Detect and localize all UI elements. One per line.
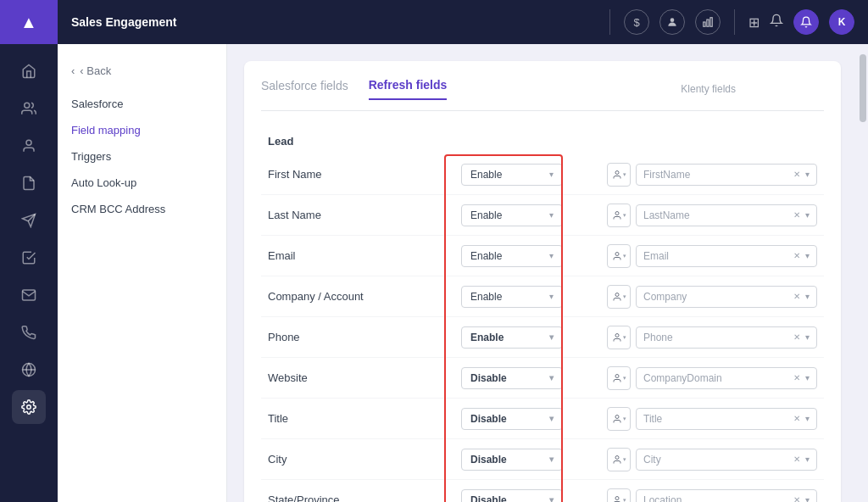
person-type-btn-city[interactable]: ▾ bbox=[607, 448, 631, 471]
dropdown-arrow-icon: ▾ bbox=[805, 251, 810, 260]
scrollbar-thumb[interactable] bbox=[860, 54, 866, 122]
klenty-field-city: ▾ City ✕ ▾ bbox=[607, 448, 817, 471]
sidebar-item-auto-lookup[interactable]: Auto Look-up bbox=[58, 170, 226, 196]
table-row: Last Name Enable ▾ ▾ LastName bbox=[261, 195, 824, 236]
clear-lastname-btn[interactable]: ✕ bbox=[793, 210, 800, 220]
sidebar-send-icon[interactable] bbox=[12, 204, 46, 237]
chart-nav-icon[interactable] bbox=[695, 9, 721, 35]
person-type-btn-firstname[interactable]: ▾ bbox=[607, 163, 631, 187]
person-type-btn-company[interactable]: ▾ bbox=[607, 285, 631, 309]
toggle-phone[interactable]: Enable ▾ bbox=[461, 326, 563, 349]
person-type-btn-phone[interactable]: ▾ bbox=[607, 326, 631, 349]
person-type-btn-email[interactable]: ▾ bbox=[607, 244, 631, 268]
clear-email-btn[interactable]: ✕ bbox=[793, 251, 800, 260]
person-type-btn-state[interactable]: ▾ bbox=[607, 488, 631, 503]
klenty-select-email[interactable]: Email ✕ ▾ bbox=[636, 245, 817, 267]
content-card: Salesforce fields Refresh fields Klenty … bbox=[244, 61, 841, 502]
klenty-select-city[interactable]: City ✕ ▾ bbox=[636, 449, 817, 471]
tab-salesforce-fields[interactable]: Salesforce fields bbox=[261, 79, 348, 99]
sidebar-mail-icon[interactable] bbox=[12, 278, 46, 312]
clear-title-btn[interactable]: ✕ bbox=[793, 414, 800, 423]
chevron-down-icon: ▾ bbox=[623, 456, 626, 463]
sidebar-document-icon[interactable] bbox=[12, 166, 46, 200]
toggle-state[interactable]: Disable ▾ bbox=[461, 489, 563, 503]
chevron-down-icon: ▾ bbox=[623, 497, 626, 503]
chevron-down-icon: ▾ bbox=[549, 455, 554, 464]
klenty-select-company[interactable]: Company ✕ ▾ bbox=[636, 286, 817, 308]
sidebar-globe-icon[interactable] bbox=[12, 353, 46, 387]
clear-firstname-btn[interactable]: ✕ bbox=[793, 170, 800, 179]
sidebar-item-salesforce[interactable]: Salesforce bbox=[58, 91, 226, 117]
sidebar-contacts-icon[interactable] bbox=[12, 92, 46, 126]
table-row: Title Disable ▾ ▾ Title bbox=[261, 399, 824, 439]
person-type-btn-lastname[interactable]: ▾ bbox=[607, 204, 631, 227]
table-row: Email Enable ▾ ▾ Email bbox=[261, 236, 824, 276]
toggle-company[interactable]: Enable ▾ bbox=[461, 286, 563, 308]
toggle-title[interactable]: Disable ▾ bbox=[461, 408, 563, 430]
nav-icon-group: $ ⊞ K bbox=[593, 9, 868, 35]
person-type-btn-website[interactable]: ▾ bbox=[607, 366, 631, 390]
toggle-website[interactable]: Disable ▾ bbox=[461, 367, 563, 389]
back-button[interactable]: ‹ ‹ Back bbox=[58, 58, 226, 84]
back-chevron-icon: ‹ bbox=[71, 64, 75, 77]
chevron-down-icon: ▾ bbox=[623, 253, 626, 259]
dropdown-arrow-icon: ▾ bbox=[805, 495, 810, 502]
sidebar-item-crm-bcc[interactable]: CRM BCC Address bbox=[58, 196, 226, 222]
clear-city-btn[interactable]: ✕ bbox=[793, 455, 800, 464]
user-nav-icon[interactable] bbox=[659, 9, 685, 35]
field-label-website: Website bbox=[268, 371, 454, 384]
scrollbar-track[interactable] bbox=[858, 44, 868, 502]
klenty-field-lastname: ▾ LastName ✕ ▾ bbox=[607, 204, 817, 227]
sidebar-person-icon[interactable] bbox=[12, 129, 46, 163]
klenty-select-firstname[interactable]: FirstName ✕ ▾ bbox=[636, 164, 817, 186]
klenty-select-lastname[interactable]: LastName ✕ ▾ bbox=[636, 204, 817, 226]
svg-point-13 bbox=[615, 252, 619, 255]
sidebar-item-field-mapping[interactable]: Field mapping bbox=[58, 117, 226, 143]
bell-nav-icon[interactable] bbox=[770, 14, 783, 31]
field-label-phone: Phone bbox=[268, 331, 454, 343]
klenty-select-phone[interactable]: Phone ✕ ▾ bbox=[636, 326, 817, 349]
table-row: Company / Account Enable ▾ ▾ Co bbox=[261, 276, 824, 317]
tab-refresh-fields[interactable]: Refresh fields bbox=[369, 78, 448, 100]
top-navigation: ▲ Sales Engagement $ ⊞ K bbox=[0, 0, 868, 44]
sidebar-item-triggers[interactable]: Triggers bbox=[58, 143, 226, 170]
chevron-down-icon: ▾ bbox=[623, 416, 626, 422]
field-label-company: Company / Account bbox=[268, 290, 454, 303]
sidebar-phone-icon[interactable] bbox=[12, 315, 46, 349]
chevron-down-icon: ▾ bbox=[549, 292, 554, 301]
person-type-btn-title[interactable]: ▾ bbox=[607, 407, 631, 431]
dropdown-arrow-icon: ▾ bbox=[805, 414, 810, 423]
toggle-email[interactable]: Enable ▾ bbox=[461, 245, 563, 267]
main-layout: ‹ ‹ Back Salesforce Field mapping Trigge… bbox=[0, 44, 868, 502]
toggle-city[interactable]: Disable ▾ bbox=[461, 449, 563, 471]
klenty-field-title: ▾ Title ✕ ▾ bbox=[607, 407, 817, 431]
klenty-field-firstname: ▾ FirstName ✕ ▾ bbox=[607, 163, 817, 187]
chevron-down-icon: ▾ bbox=[549, 495, 554, 502]
field-label-city: City bbox=[268, 453, 454, 466]
sidebar-check-icon[interactable] bbox=[12, 241, 46, 275]
klenty-select-state[interactable]: Location ✕ ▾ bbox=[636, 489, 817, 503]
sidebar-home-icon[interactable] bbox=[12, 54, 46, 88]
dropdown-arrow-icon: ▾ bbox=[805, 292, 810, 301]
klenty-field-company: ▾ Company ✕ ▾ bbox=[607, 285, 817, 309]
sidebar-settings-icon[interactable] bbox=[12, 390, 46, 424]
avatar-k-btn[interactable]: K bbox=[829, 9, 854, 35]
clear-phone-btn[interactable]: ✕ bbox=[793, 332, 800, 342]
klenty-fields-header: Klenty fields bbox=[681, 83, 736, 95]
dollar-nav-icon[interactable]: $ bbox=[624, 9, 649, 35]
dropdown-arrow-icon: ▾ bbox=[805, 373, 810, 382]
clear-website-btn[interactable]: ✕ bbox=[793, 373, 800, 382]
toggle-lastname[interactable]: Enable ▾ bbox=[461, 204, 563, 226]
klenty-select-title[interactable]: Title ✕ ▾ bbox=[636, 408, 817, 430]
svg-point-0 bbox=[670, 18, 675, 22]
clear-state-btn[interactable]: ✕ bbox=[793, 495, 800, 502]
chevron-down-icon: ▾ bbox=[623, 375, 626, 382]
klenty-select-website[interactable]: CompanyDomain ✕ ▾ bbox=[636, 367, 817, 389]
toggle-firstname[interactable]: Enable ▾ bbox=[461, 164, 563, 186]
notification-icon-btn[interactable] bbox=[793, 9, 819, 35]
field-label-firstname: First Name bbox=[268, 168, 454, 181]
grid-nav-icon[interactable]: ⊞ bbox=[748, 14, 760, 31]
svg-rect-3 bbox=[710, 18, 712, 27]
chevron-down-icon: ▾ bbox=[549, 373, 554, 382]
clear-company-btn[interactable]: ✕ bbox=[793, 292, 800, 301]
